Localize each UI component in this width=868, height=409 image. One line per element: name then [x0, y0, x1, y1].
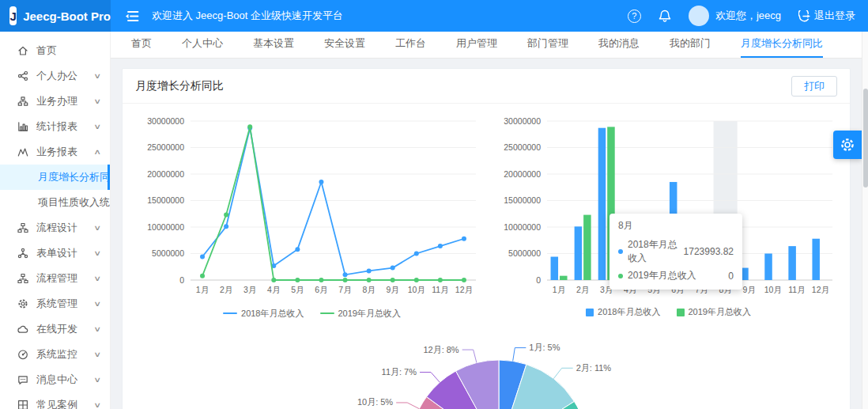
sidebar-item-流程管理[interactable]: 流程管理∨ [0, 266, 110, 291]
tab-工作台[interactable]: 工作台 [395, 31, 426, 58]
tab-月度增长分析同比[interactable]: 月度增长分析同比 [741, 31, 823, 58]
data-point[interactable] [271, 278, 276, 282]
line-chart-legend: 2018年月总收入2019年月总收入 [134, 306, 490, 324]
data-point[interactable] [438, 278, 443, 282]
tab-用户管理[interactable]: 用户管理 [456, 31, 497, 58]
sidebar-item-系统管理[interactable]: 系统管理∨ [0, 291, 110, 316]
tab-基本设置[interactable]: 基本设置 [253, 31, 294, 58]
data-point[interactable] [414, 278, 419, 282]
x-axis-tick: 11月 [432, 285, 448, 294]
tab-安全设置[interactable]: 安全设置 [324, 31, 365, 58]
data-point[interactable] [462, 237, 466, 241]
data-point[interactable] [200, 274, 205, 278]
bar-2018年月总收入-2月[interactable] [575, 226, 583, 280]
report-icon [17, 146, 28, 157]
data-point[interactable] [295, 278, 300, 282]
data-point[interactable] [367, 268, 372, 273]
chevron-down-icon: ∨ [94, 401, 102, 409]
sidebar-subitem-项目性质收入统计[interactable]: 项目性质收入统计 [0, 190, 110, 215]
bar-2019年月总收入-2月[interactable] [583, 215, 591, 280]
apartment-icon [17, 273, 28, 284]
sidebar-item-系统监控[interactable]: 系统监控∨ [0, 342, 110, 367]
sidebar-item-消息中心[interactable]: 消息中心∨ [0, 367, 110, 392]
data-point[interactable] [224, 213, 228, 218]
data-point[interactable] [414, 252, 419, 256]
tab-部门管理[interactable]: 部门管理 [527, 31, 568, 58]
bar-chart-legend: 2018年月总收入2019年月总收入 [490, 306, 847, 324]
tooltip-row: 2019年月总收入0 [618, 269, 734, 282]
pie-label-1月: 1月: 5% [529, 343, 560, 352]
bar-2018年月总收入-3月[interactable] [598, 128, 606, 280]
sidebar-item-统计报表[interactable]: 统计报表∨ [0, 114, 110, 139]
logout-icon [798, 10, 810, 22]
data-point[interactable] [343, 272, 348, 277]
data-point[interactable] [438, 244, 443, 248]
data-point[interactable] [391, 266, 395, 271]
data-point[interactable] [319, 180, 323, 184]
tab-个人中心[interactable]: 个人中心 [182, 31, 223, 58]
data-point[interactable] [319, 278, 323, 282]
chart-tooltip: 8月 2018年月总收入1723993.822019年月总收入0 [609, 214, 742, 290]
data-point[interactable] [391, 278, 395, 282]
sidebar-item-首页[interactable]: 首页 [0, 38, 110, 63]
menu-fold-icon[interactable] [125, 10, 139, 22]
legend-2019年月总收入[interactable]: 2019年月总收入 [677, 306, 751, 318]
bar-2019年月总收入-1月[interactable] [560, 276, 568, 280]
data-point[interactable] [224, 224, 228, 229]
bell-icon[interactable] [659, 9, 671, 23]
pie-label-2月: 2月: 11% [576, 363, 612, 373]
grid-icon [17, 400, 28, 409]
data-point[interactable] [295, 247, 300, 252]
cloud-icon [17, 324, 28, 335]
line-series-2019年月总收入 [202, 127, 464, 280]
print-button[interactable]: 打印 [791, 76, 837, 97]
pie-label-12月: 12月: 8% [423, 345, 459, 354]
logo[interactable]: J Jeecg-Boot Pro [0, 0, 111, 32]
y-axis-tick: 25000000 [504, 142, 541, 152]
bar-chart[interactable]: 0500000010000000150000002000000025000000… [490, 110, 847, 324]
bar-2018年月总收入-10月[interactable] [764, 254, 772, 281]
apartment-icon [17, 222, 28, 233]
tab-我的部门[interactable]: 我的部门 [670, 31, 711, 58]
x-axis-tick: 1月 [196, 285, 209, 294]
line-chart[interactable]: 0500000010000000150000002000000025000000… [134, 110, 490, 324]
legend-2019年月总收入[interactable]: 2019年月总收入 [320, 308, 401, 320]
tab-首页[interactable]: 首页 [131, 31, 152, 58]
settings-fab[interactable] [833, 131, 862, 159]
tab-bar: 首页个人中心基本设置安全设置工作台用户管理部门管理我的消息我的部门月度增长分析同… [111, 32, 862, 59]
legend-2018年月总收入[interactable]: 2018年月总收入 [223, 308, 304, 320]
sidebar-item-业务报表[interactable]: 业务报表∧ [0, 139, 110, 165]
scrollbar-thumb[interactable] [863, 89, 868, 187]
welcome-text: 欢迎进入 Jeecg-Boot 企业级快速开发平台 [152, 9, 343, 23]
sidebar-item-个人办公[interactable]: 个人办公∨ [0, 63, 110, 89]
sidebar-item-常见案例[interactable]: 常见案例∨ [0, 392, 110, 409]
sidebar-item-在线开发[interactable]: 在线开发∨ [0, 316, 110, 342]
data-point[interactable] [367, 278, 372, 282]
data-point[interactable] [200, 255, 205, 259]
sidebar-item-业务办理[interactable]: 业务办理∨ [0, 89, 110, 114]
page-scrollbar[interactable] [862, 32, 868, 409]
chevron-down-icon: ∨ [94, 249, 102, 257]
y-axis-tick: 5000000 [508, 248, 541, 258]
legend-2018年月总收入[interactable]: 2018年月总收入 [586, 306, 660, 318]
sidebar-item-label: 统计报表 [36, 119, 77, 134]
data-point[interactable] [343, 278, 348, 282]
tab-我的消息[interactable]: 我的消息 [598, 31, 640, 58]
data-point[interactable] [462, 278, 466, 282]
sidebar-item-label: 消息中心 [36, 373, 77, 387]
user-menu[interactable]: 欢迎您，jeecg [689, 6, 781, 26]
logout-button[interactable]: 退出登录 [798, 9, 855, 23]
x-axis-tick: 12月 [455, 285, 473, 294]
sidebar-subitem-月度增长分析同比[interactable]: 月度增长分析同比 [0, 165, 110, 190]
bar-2018年月总收入-1月[interactable] [551, 257, 559, 280]
help-icon[interactable]: ? [628, 9, 641, 23]
top-header: J Jeecg-Boot Pro 欢迎进入 Jeecg-Boot 企业级快速开发… [0, 0, 868, 32]
x-axis-tick: 3月 [243, 285, 256, 294]
data-point[interactable] [247, 124, 252, 129]
bar-2018年月总收入-11月[interactable] [788, 246, 796, 280]
sidebar-item-流程设计[interactable]: 流程设计∨ [0, 215, 110, 240]
pie-chart[interactable]: 1月: 5%2月: 11%10月: 5%11月: 7%12月: 8% [134, 328, 839, 409]
sidebar-item-表单设计[interactable]: 表单设计∨ [0, 240, 110, 266]
bar-2018年月总收入-12月[interactable] [812, 239, 820, 280]
sidebar-item-label: 业务办理 [36, 94, 77, 108]
